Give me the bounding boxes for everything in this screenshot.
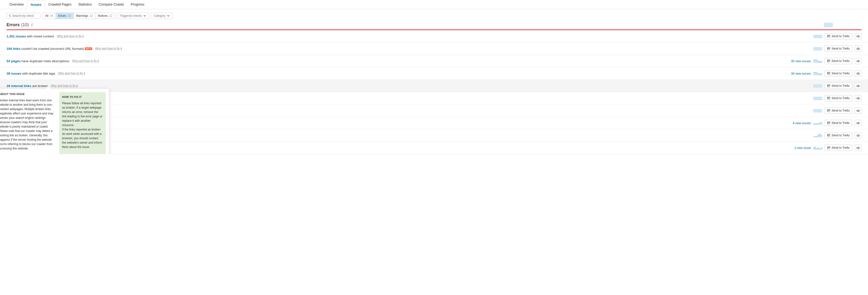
sparkline <box>813 34 822 39</box>
tab-progress[interactable]: Progress <box>127 0 148 9</box>
issue-count-link[interactable]: 53 pages <box>6 59 21 63</box>
hide-issue-button[interactable] <box>855 46 862 52</box>
issue-description: have duplicate meta descriptions <box>21 59 69 63</box>
svg-rect-35 <box>827 121 830 124</box>
sparkline <box>813 96 822 100</box>
svg-rect-14 <box>829 60 830 61</box>
issue-row-actions: 35 new issuesSend to Trello <box>791 58 862 64</box>
svg-rect-22 <box>828 85 829 87</box>
send-to-trello-button[interactable]: Send to Trello <box>825 95 852 101</box>
issue-count-link[interactable]: 38 issues <box>6 72 21 75</box>
hide-issue-button[interactable] <box>855 95 862 101</box>
issue-row[interactable]: 4 new issuesSend to Trello <box>0 117 868 129</box>
issue-row-actions: Send to Trello <box>813 33 862 39</box>
trello-icon <box>827 121 830 124</box>
svg-rect-8 <box>827 47 830 50</box>
sparkline <box>813 145 822 150</box>
tab-overview[interactable]: Overview <box>6 0 27 9</box>
send-to-trello-button[interactable]: Send to Trello <box>825 120 852 126</box>
why-fix-link[interactable]: Why and how to fix it <box>72 59 99 63</box>
search-icon <box>9 14 11 17</box>
filter-warnings[interactable]: Warnings12 <box>73 13 96 19</box>
svg-point-15 <box>858 60 859 62</box>
tab-compare-crawls[interactable]: Compare Crawls <box>95 0 127 9</box>
issues-list: 1,351 issues with mixed contentWhy and h… <box>0 30 868 154</box>
issue-row-actions: 1 new issueSend to Trello <box>794 145 862 151</box>
svg-rect-39 <box>827 134 830 137</box>
send-to-trello-button[interactable]: Send to Trello <box>825 58 852 64</box>
send-to-trello-button[interactable]: Send to Trello <box>825 33 852 39</box>
why-fix-link[interactable]: Why and how to fix it <box>58 72 85 75</box>
new-issues-count[interactable]: 38 new issues <box>791 72 811 75</box>
sparkline <box>813 83 822 88</box>
trello-icon <box>827 60 830 62</box>
sparkline-header <box>824 23 833 27</box>
issue-count-link[interactable]: 194 links <box>6 47 21 51</box>
new-issues-count[interactable]: 4 new issues <box>793 121 811 125</box>
issue-text: 28 internal links are broken <box>6 84 48 88</box>
why-fix-link[interactable]: Why and how to fix it <box>57 34 84 38</box>
svg-rect-23 <box>829 85 830 86</box>
trello-icon <box>827 72 830 75</box>
issue-row[interactable]: 28 internal links are brokenWhy and how … <box>0 80 868 92</box>
tab-statistics[interactable]: Statistics <box>75 0 95 9</box>
hide-issue-button[interactable] <box>855 33 862 39</box>
issue-row[interactable]: 1,351 issues with mixed contentWhy and h… <box>0 30 868 42</box>
trello-icon <box>827 35 830 38</box>
issue-row[interactable]: 194 links couldn't be crawled (incorrect… <box>0 42 868 55</box>
filter-notices[interactable]: Notices12 <box>95 13 115 19</box>
issue-row[interactable]: Send to Trello <box>0 105 868 117</box>
send-to-trello-button[interactable]: Send to Trello <box>825 132 852 139</box>
issue-count-link[interactable]: 28 internal links <box>6 84 31 88</box>
send-to-trello-button[interactable]: Send to Trello <box>825 70 852 77</box>
issue-text: 53 pages have duplicate meta description… <box>6 59 69 63</box>
new-issues-count[interactable]: 1 new issue <box>794 146 811 150</box>
tab-issues[interactable]: Issues <box>27 0 45 9</box>
why-fix-link[interactable]: Why and how to fix it <box>95 47 122 50</box>
hide-issue-button[interactable] <box>855 120 862 126</box>
svg-rect-10 <box>829 48 830 49</box>
hide-issue-button[interactable] <box>855 70 862 77</box>
send-to-trello-button[interactable]: Send to Trello <box>825 46 852 52</box>
about-text: Broken internal links lead users from on… <box>0 98 56 151</box>
issue-help-popover: ABOUT THIS ISSUEBroken internal links le… <box>0 88 109 154</box>
filter-errors[interactable]: Errors10 <box>56 13 73 19</box>
triggered-checks-dropdown[interactable]: Triggered checks <box>117 12 149 19</box>
svg-rect-45 <box>829 147 830 148</box>
issue-row[interactable]: 1 new issueSend to Trello <box>0 142 868 154</box>
search-input-wrap[interactable] <box>6 13 40 19</box>
issue-row[interactable]: Send to Trello <box>0 129 868 142</box>
svg-rect-13 <box>828 60 829 62</box>
why-fix-link[interactable]: Why and how to fix it <box>51 84 78 87</box>
tab-crawled-pages[interactable]: Crawled Pages <box>45 0 75 9</box>
svg-line-1 <box>10 16 11 17</box>
send-to-trello-button[interactable]: Send to Trello <box>825 108 852 114</box>
sparkline <box>813 59 822 63</box>
info-icon[interactable]: i <box>31 22 33 27</box>
send-to-trello-button[interactable]: Send to Trello <box>825 83 852 89</box>
svg-rect-43 <box>827 146 830 149</box>
issue-row[interactable]: 38 issues with duplicate title tagsWhy a… <box>0 67 868 80</box>
svg-rect-44 <box>828 147 829 148</box>
svg-rect-5 <box>829 35 830 36</box>
filter-toolbar: All34 Errors10 Warnings12 Notices12 Trig… <box>0 9 868 22</box>
category-dropdown[interactable]: Category <box>151 12 173 19</box>
hide-issue-button[interactable] <box>855 108 862 114</box>
svg-rect-4 <box>828 35 829 37</box>
issue-row[interactable]: Send to Trello <box>0 92 868 105</box>
issue-count-link[interactable]: 1,351 issues <box>6 34 26 38</box>
hide-issue-button[interactable] <box>855 58 862 64</box>
hide-issue-button[interactable] <box>855 132 862 139</box>
hide-issue-button[interactable] <box>855 83 862 89</box>
section-header: Errors (10) i <box>0 22 868 29</box>
send-to-trello-button[interactable]: Send to Trello <box>825 145 852 151</box>
hide-issue-button[interactable] <box>855 145 862 151</box>
issue-row[interactable]: 53 pages have duplicate meta description… <box>0 55 868 67</box>
svg-rect-26 <box>827 97 830 99</box>
svg-rect-16 <box>827 72 830 75</box>
new-issues-count[interactable]: 35 new issues <box>791 59 811 63</box>
svg-rect-31 <box>827 109 830 112</box>
filter-all[interactable]: All34 <box>43 13 56 19</box>
search-input[interactable] <box>12 14 38 18</box>
eye-icon <box>856 146 860 150</box>
